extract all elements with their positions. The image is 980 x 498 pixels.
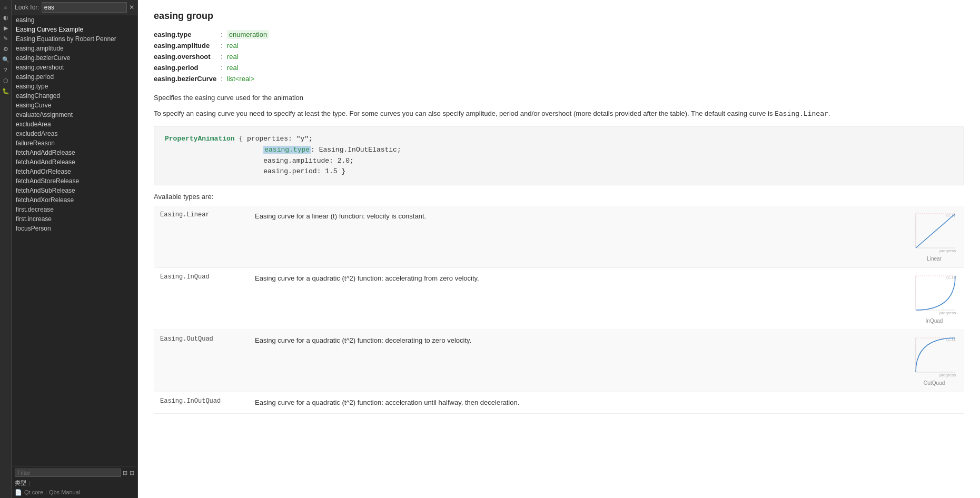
property-table: easing.type : enumeration easing.amplitu… [154, 29, 273, 84]
prop-name-beziercurve: easing.bezierCurve [154, 73, 221, 84]
easing-chart-cell-outquad: (1,1) progress OutQuad [904, 330, 964, 392]
sidebar-doc-link-qbsmanual[interactable]: Qbs Manual [49, 489, 80, 496]
chart-svg-outquad: (1,1) progress [910, 335, 958, 377]
table-row-outquad: Easing.OutQuad Easing curve for a quadra… [154, 330, 964, 392]
sidebar-item-8[interactable]: easingChanged [12, 91, 137, 101]
easing-name-linear: Easing.Linear [154, 206, 249, 268]
toolbar-icon-run[interactable]: ▶ [1, 23, 11, 33]
toolbar-icon-help[interactable]: ? [1, 65, 11, 75]
easing-desc-inquad: Easing curve for a quadratic (t^2) funct… [249, 268, 904, 330]
sidebar-item-14[interactable]: fetchAndAddRelease [12, 148, 137, 157]
sidebar-item-11[interactable]: excludeArea [12, 119, 137, 129]
sidebar-item-18[interactable]: fetchAndSubRelease [12, 186, 137, 195]
easing-chart-inquad: (1,1) progress InQuad [910, 273, 958, 321]
prop-type-period: real [227, 64, 239, 72]
easing-desc-outquad: Easing curve for a quadratic (t^2) funct… [249, 330, 904, 392]
easing-chart-cell-linear: (1,1) value progress Linear [904, 206, 964, 268]
filter-icon-grid[interactable]: ⊞ [123, 470, 127, 476]
svg-text:(1,1): (1,1) [946, 275, 955, 280]
chart-label-linear: Linear [910, 256, 958, 262]
sidebar-doc-links: 📄 Qt.core | Qbs Manual [15, 489, 134, 496]
description-text-2: To specify an easing curve you need to s… [154, 108, 964, 119]
table-row-linear: Easing.Linear Easing curve for a linear … [154, 206, 964, 268]
svg-text:progress: progress [939, 373, 956, 377]
code-block: PropertyAnimation { properties: "y"; eas… [154, 126, 964, 185]
svg-text:progress: progress [939, 311, 956, 315]
easing-table: Easing.Linear Easing curve for a linear … [154, 206, 964, 414]
sidebar-item-15[interactable]: fetchAndAndRelease [12, 157, 137, 167]
property-row-period: easing.period : real [154, 62, 273, 73]
sidebar-item-1[interactable]: Easing Curves Example [12, 25, 137, 34]
toolbar-icon-theme[interactable]: ◐ [1, 13, 11, 22]
section-title: easing group [154, 11, 964, 22]
toolbar-icon-shape[interactable]: ⬡ [1, 76, 11, 85]
property-row-beziercurve: easing.bezierCurve : list<real> [154, 73, 273, 84]
sidebar-item-17[interactable]: fetchAndStoreRelease [12, 176, 137, 186]
available-types-label: Available types are: [154, 193, 964, 201]
sidebar-item-4[interactable]: easing.bezierCurve [12, 53, 137, 63]
sidebar-list: easingEasing Curves ExampleEasing Equati… [12, 15, 137, 466]
sidebar-tab-type[interactable]: 类型 [15, 479, 26, 487]
table-row-inquad: Easing.InQuad Easing curve for a quadrat… [154, 268, 964, 330]
sidebar-bottom: ⊞ ⊟ 类型 | 📄 Qt.core | Qbs Manual [12, 466, 137, 498]
left-toolbar: ≡ ◐ ▶ ✎ ⚙ 🔍 ? ⬡ 🐛 [0, 0, 12, 498]
search-label: Look for: [15, 4, 39, 11]
prop-type-overshoot: real [227, 53, 239, 61]
search-clear-icon[interactable]: ✕ [129, 4, 134, 11]
chart-label-inquad: InQuad [910, 318, 958, 324]
sidebar-item-3[interactable]: easing.amplitude [12, 44, 137, 53]
description-text-1: Specifies the easing curve used for the … [154, 93, 964, 103]
toolbar-icon-menu[interactable]: ≡ [1, 2, 11, 12]
sidebar-item-13[interactable]: failureReason [12, 138, 137, 148]
prop-type-type: enumeration [227, 30, 269, 39]
property-row-type: easing.type : enumeration [154, 29, 273, 40]
sidebar-filter-bar: ⊞ ⊟ [15, 469, 134, 477]
toolbar-icon-settings[interactable]: ⚙ [1, 44, 11, 54]
easing-name-outquad: Easing.OutQuad [154, 330, 249, 392]
easing-chart-cell-inquad: (1,1) progress InQuad [904, 268, 964, 330]
table-row-inoutquad: Easing.InOutQuad Easing curve for a quad… [154, 392, 964, 414]
sidebar-item-7[interactable]: easing.type [12, 82, 137, 91]
sidebar-item-5[interactable]: easing.overshoot [12, 63, 137, 72]
property-row-amplitude: easing.amplitude : real [154, 40, 273, 51]
sidebar-item-6[interactable]: easing.period [12, 72, 137, 82]
easing-desc-linear: Easing curve for a linear (t) function: … [249, 206, 904, 268]
prop-name-amplitude: easing.amplitude [154, 40, 221, 51]
search-bar: Look for: ✕ [12, 0, 137, 15]
svg-text:progress: progress [939, 248, 956, 253]
sidebar-item-10[interactable]: evaluateAssignment [12, 110, 137, 119]
toolbar-icon-debug[interactable]: 🐛 [1, 86, 11, 96]
prop-type-amplitude: real [227, 42, 239, 49]
search-input[interactable] [42, 2, 127, 13]
easing-name-inoutquad: Easing.InOutQuad [154, 392, 249, 414]
tab-separator: | [28, 480, 30, 486]
easing-name-inquad: Easing.InQuad [154, 268, 249, 330]
chart-svg-linear: (1,1) value progress [910, 211, 958, 253]
prop-name-period: easing.period [154, 62, 221, 73]
easing-chart-linear: (1,1) value progress Linear [910, 211, 958, 258]
sidebar-item-19[interactable]: fetchAndXorRelease [12, 195, 137, 205]
property-row-overshoot: easing.overshoot : real [154, 51, 273, 62]
easing-desc-inoutquad: Easing curve for a quadratic (t^2) funct… [249, 392, 904, 414]
filter-icon-split[interactable]: ⊟ [130, 470, 134, 476]
prop-name-type: easing.type [154, 29, 221, 40]
sidebar-item-0[interactable]: easing [12, 15, 137, 25]
easing-chart-cell-inoutquad [904, 392, 964, 414]
sidebar-item-9[interactable]: easingCurve [12, 101, 137, 110]
chart-svg-inquad: (1,1) progress [910, 273, 958, 315]
sidebar-item-21[interactable]: first.increase [12, 214, 137, 224]
toolbar-icon-search[interactable]: 🔍 [1, 55, 11, 64]
svg-line-7 [916, 214, 955, 248]
sidebar-item-2[interactable]: Easing Equations by Robert Penner [12, 34, 137, 44]
toolbar-icon-edit[interactable]: ✎ [1, 34, 11, 43]
easing-chart-outquad: (1,1) progress OutQuad [910, 335, 958, 383]
sidebar-item-12[interactable]: excludedAreas [12, 129, 137, 138]
main-content: easing group easing.type : enumeration e… [138, 0, 980, 498]
prop-name-overshoot: easing.overshoot [154, 51, 221, 62]
sidebar-item-20[interactable]: first.decrease [12, 205, 137, 214]
sidebar-item-22[interactable]: focusPerson [12, 224, 137, 233]
sidebar-doc-link-qtcore[interactable]: Qt.core [24, 489, 43, 496]
filter-input[interactable] [15, 469, 121, 477]
sidebar-item-16[interactable]: fetchAndOrRelease [12, 167, 137, 176]
chart-label-outquad: OutQuad [910, 380, 958, 386]
